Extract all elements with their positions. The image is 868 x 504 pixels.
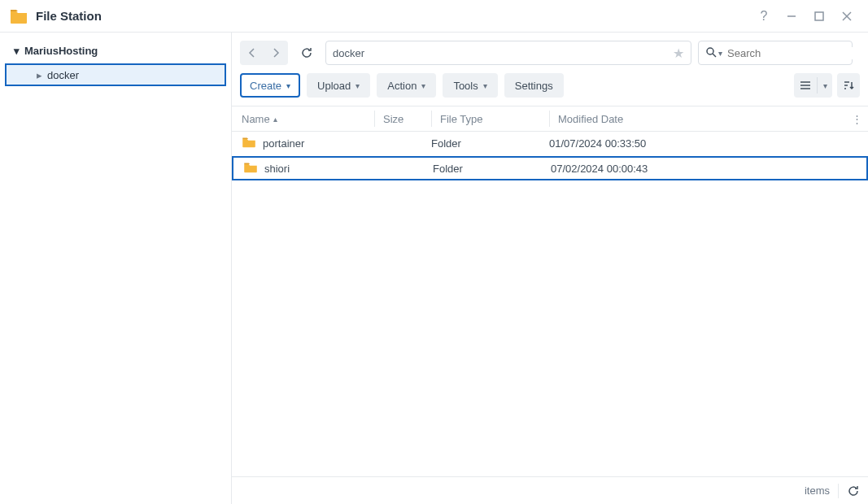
settings-button[interactable]: Settings [504, 73, 564, 98]
status-items-label: items [805, 484, 830, 497]
row-modified: 07/02/2024 00:00:43 [551, 163, 844, 175]
toolbar-nav: ★ ▾ [232, 33, 868, 68]
caret-right-icon: ▸ [34, 69, 44, 81]
status-refresh-button[interactable] [847, 484, 860, 497]
column-more-icon[interactable]: ⋮ [845, 113, 868, 125]
caret-down-icon: ▾ [355, 81, 360, 90]
svg-rect-1 [815, 12, 823, 20]
svg-line-5 [713, 54, 716, 57]
column-modified[interactable]: Modified Date [549, 111, 845, 127]
search-box[interactable]: ▾ [698, 41, 853, 65]
caret-down-icon: ▾ [421, 81, 425, 90]
toolbar-actions: Create▾ Upload▾ Action▾ Tools▾ Settings [232, 68, 868, 106]
sidebar: ▾ MariusHosting ▸ docker [0, 33, 232, 504]
statusbar: items [232, 476, 868, 504]
column-name[interactable]: Name ▴ [232, 113, 374, 125]
sort-button[interactable] [837, 73, 860, 98]
search-icon [705, 46, 717, 60]
titlebar: File Station ? [0, 0, 868, 33]
refresh-button[interactable] [294, 41, 319, 65]
main-panel: ★ ▾ Create▾ Upload▾ [232, 33, 868, 504]
caret-down-icon: ▾ [11, 45, 21, 57]
chevron-down-icon[interactable]: ▾ [718, 49, 722, 58]
search-input[interactable] [727, 47, 864, 59]
caret-down-icon: ▾ [286, 81, 290, 90]
tree-root-label: MariusHosting [24, 45, 98, 57]
maximize-icon[interactable] [808, 5, 831, 28]
close-icon[interactable] [835, 5, 858, 28]
row-type: Folder [431, 137, 549, 150]
path-field[interactable] [333, 47, 668, 59]
svg-point-4 [707, 48, 713, 54]
tools-button[interactable]: Tools▾ [443, 73, 497, 98]
table-body: portainerFolder01/07/2024 00:33:50shiori… [232, 132, 868, 476]
upload-button[interactable]: Upload▾ [307, 73, 370, 98]
row-modified: 01/07/2024 00:33:50 [549, 137, 845, 150]
column-type[interactable]: File Type [431, 111, 549, 127]
sort-asc-icon: ▴ [273, 115, 277, 124]
folder-icon [243, 162, 258, 176]
action-button[interactable]: Action▾ [377, 73, 436, 98]
nav-forward-button[interactable] [264, 41, 288, 65]
minimize-icon[interactable] [780, 5, 803, 28]
view-list-button[interactable] [794, 73, 817, 98]
caret-down-icon: ▾ [483, 81, 487, 90]
app-folder-icon [10, 8, 28, 24]
help-icon[interactable]: ? [752, 5, 775, 28]
path-input[interactable]: ★ [325, 41, 691, 65]
folder-icon [242, 137, 256, 150]
table-row[interactable]: shioriFolder07/02/2024 00:00:43 [232, 156, 868, 180]
tree-root[interactable]: ▾ MariusHosting [0, 39, 231, 62]
tree-item-label: docker [47, 69, 79, 81]
nav-back-button[interactable] [240, 41, 264, 65]
table-header: Name ▴ Size File Type Modified Date ⋮ [232, 106, 868, 132]
app-title: File Station [36, 9, 102, 23]
column-size[interactable]: Size [374, 111, 431, 127]
star-icon[interactable]: ★ [668, 46, 684, 61]
row-type: Folder [433, 163, 551, 175]
table-row[interactable]: portainerFolder01/07/2024 00:33:50 [232, 132, 868, 156]
view-dropdown-button[interactable]: ▾ [818, 73, 832, 98]
tree-item-docker[interactable]: ▸ docker [5, 63, 226, 86]
row-name: portainer [263, 137, 304, 150]
create-button[interactable]: Create▾ [240, 73, 300, 98]
row-name: shiori [264, 163, 290, 175]
